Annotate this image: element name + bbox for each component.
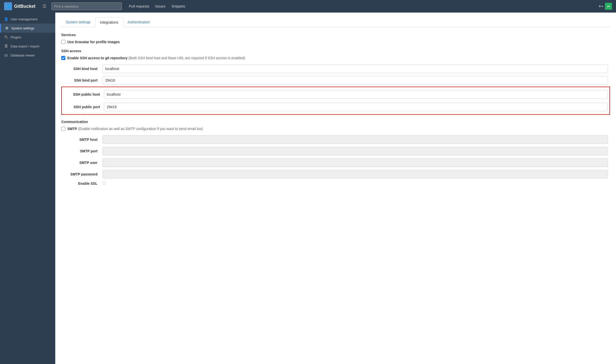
user-icon: 👤 bbox=[4, 17, 8, 21]
ssh-bind-host-label: SSH bind host bbox=[61, 63, 101, 75]
smtp-host-input bbox=[102, 135, 608, 144]
ssh-enable-label-text: Enable SSH access to git repository bbox=[67, 56, 128, 60]
brand-name: GitBucket bbox=[14, 4, 35, 9]
smtp-port-input bbox=[102, 147, 608, 155]
sidebar-label-system-settings: System settings bbox=[11, 26, 34, 30]
ssh-bind-host-cell bbox=[101, 63, 610, 75]
smtp-host-cell bbox=[101, 134, 610, 145]
tab-authentication[interactable]: Authentication bbox=[123, 18, 155, 27]
smtp-enable-row: SMTP (Enable notification as well as SMT… bbox=[61, 127, 610, 131]
layout: 👤 User management ⚙ System settings 🔌 Pl… bbox=[0, 13, 616, 364]
sidebar-label-plugins: Plugins bbox=[11, 35, 21, 39]
ssh-enable-checkbox[interactable] bbox=[61, 56, 65, 60]
tab-system-settings[interactable]: System settings bbox=[61, 18, 95, 27]
table-row: SSH public host bbox=[62, 88, 609, 101]
smtp-enable-checkbox[interactable] bbox=[61, 127, 65, 131]
sidebar-label-database-viewer: Database viewer bbox=[11, 53, 35, 57]
table-row: Enable SSL bbox=[61, 180, 610, 187]
navbar-links: Pull requests Issues Snippets bbox=[129, 4, 185, 8]
table-row: SMTP port bbox=[61, 145, 610, 157]
ssh-title: SSH access bbox=[61, 49, 610, 53]
ssh-public-fields-table: SSH public host SSH public port bbox=[62, 88, 609, 113]
ssh-section: SSH access Enable SSH access to git repo… bbox=[61, 49, 610, 115]
table-row: SSH public port bbox=[62, 101, 609, 113]
table-row: SSH bind host bbox=[61, 63, 610, 75]
smtp-user-input bbox=[102, 158, 608, 167]
ssh-bind-port-label: SSH bind port bbox=[61, 75, 101, 86]
plugin-icon: 🔌 bbox=[4, 35, 8, 39]
smtp-password-label: SMTP password bbox=[61, 168, 101, 180]
gear-icon: ⚙ bbox=[5, 26, 9, 30]
brand-logo[interactable]: 🪣 GitBucket bbox=[4, 2, 35, 10]
user-avatar[interactable]: r ▾ bbox=[605, 3, 612, 10]
ssh-public-highlight-box: SSH public host SSH public port bbox=[61, 87, 610, 115]
ssh-public-port-label: SSH public port bbox=[62, 101, 102, 113]
communication-section: Communication SMTP (Enable notification … bbox=[61, 120, 610, 187]
smtp-fields-table: SMTP host SMTP port SMTP user bbox=[61, 134, 610, 187]
services-section: Services Use Gravatar for profile images bbox=[61, 33, 610, 44]
sidebar-item-user-management[interactable]: 👤 User management bbox=[0, 15, 55, 24]
sidebar-item-plugins[interactable]: 🔌 Plugins bbox=[0, 33, 55, 42]
search-input[interactable] bbox=[52, 3, 122, 10]
ssh-enable-row: Enable SSH access to git repository (Bot… bbox=[61, 56, 610, 60]
ssh-bind-port-input[interactable] bbox=[102, 76, 608, 85]
ssh-public-port-cell bbox=[102, 101, 609, 113]
smtp-user-cell bbox=[101, 157, 610, 168]
snippets-link[interactable]: Snippets bbox=[171, 4, 185, 8]
table-row: SMTP password bbox=[61, 168, 610, 180]
ssh-public-port-input[interactable] bbox=[104, 103, 607, 111]
sidebar-item-database-viewer[interactable]: 🗃 Database viewer bbox=[0, 51, 55, 60]
sidebar: 👤 User management ⚙ System settings 🔌 Pl… bbox=[0, 13, 55, 364]
smtp-port-cell bbox=[101, 145, 610, 157]
smtp-desc-text: (Enable notification as well as SMTP con… bbox=[78, 127, 203, 131]
navbar-right: + ▾ r ▾ bbox=[598, 3, 612, 10]
issues-link[interactable]: Issues bbox=[155, 4, 165, 8]
ssh-public-host-cell bbox=[102, 88, 609, 101]
main-content: System settings Integrations Authenticat… bbox=[55, 13, 616, 364]
ssh-public-host-input[interactable] bbox=[104, 90, 607, 99]
tabs: System settings Integrations Authenticat… bbox=[61, 18, 610, 27]
ssh-bind-host-input[interactable] bbox=[102, 65, 608, 73]
navbar: 🪣 GitBucket ☰ Pull requests Issues Snipp… bbox=[0, 0, 616, 13]
sidebar-label-user-management: User management bbox=[11, 17, 37, 21]
smtp-password-input bbox=[102, 170, 608, 178]
table-row: SSH bind port bbox=[61, 75, 610, 86]
smtp-user-label: SMTP user bbox=[61, 157, 101, 168]
smtp-password-cell bbox=[101, 168, 610, 180]
plus-button[interactable]: + ▾ bbox=[598, 4, 603, 9]
tab-integrations[interactable]: Integrations bbox=[95, 18, 123, 27]
gravatar-label[interactable]: Use Gravatar for profile images bbox=[67, 40, 120, 44]
smtp-label-text: SMTP bbox=[67, 127, 77, 131]
table-row: SMTP user bbox=[61, 157, 610, 168]
smtp-host-label: SMTP host bbox=[61, 134, 101, 145]
logo-icon: 🪣 bbox=[4, 2, 12, 10]
enable-ssl-cell bbox=[101, 180, 610, 187]
gravatar-checkbox[interactable] bbox=[61, 40, 65, 44]
sidebar-item-system-settings[interactable]: ⚙ System settings bbox=[0, 24, 55, 33]
smtp-port-label: SMTP port bbox=[61, 145, 101, 157]
export-icon: 🗄 bbox=[4, 44, 8, 48]
sidebar-label-data-export: Data export / import bbox=[11, 44, 39, 48]
enable-ssl-checkbox bbox=[102, 181, 106, 185]
sidebar-item-data-export[interactable]: 🗄 Data export / import bbox=[0, 42, 55, 51]
services-title: Services bbox=[61, 33, 610, 37]
communication-title: Communication bbox=[61, 120, 610, 124]
ssh-enable-label: Enable SSH access to git repository (Bot… bbox=[67, 56, 245, 60]
database-icon: 🗃 bbox=[4, 53, 8, 57]
ssh-enable-desc: (Both SSH bind host and Base URL are req… bbox=[129, 56, 245, 60]
hamburger-icon[interactable]: ☰ bbox=[42, 4, 46, 9]
ssh-bind-port-cell bbox=[101, 75, 610, 86]
smtp-enable-label: SMTP (Enable notification as well as SMT… bbox=[67, 127, 203, 131]
ssh-public-host-label: SSH public host bbox=[62, 88, 102, 101]
pull-requests-link[interactable]: Pull requests bbox=[129, 4, 149, 8]
enable-ssl-label: Enable SSL bbox=[61, 180, 101, 187]
gravatar-row: Use Gravatar for profile images bbox=[61, 40, 610, 44]
ssh-fields-table: SSH bind host SSH bind port bbox=[61, 63, 610, 86]
table-row: SMTP host bbox=[61, 134, 610, 145]
